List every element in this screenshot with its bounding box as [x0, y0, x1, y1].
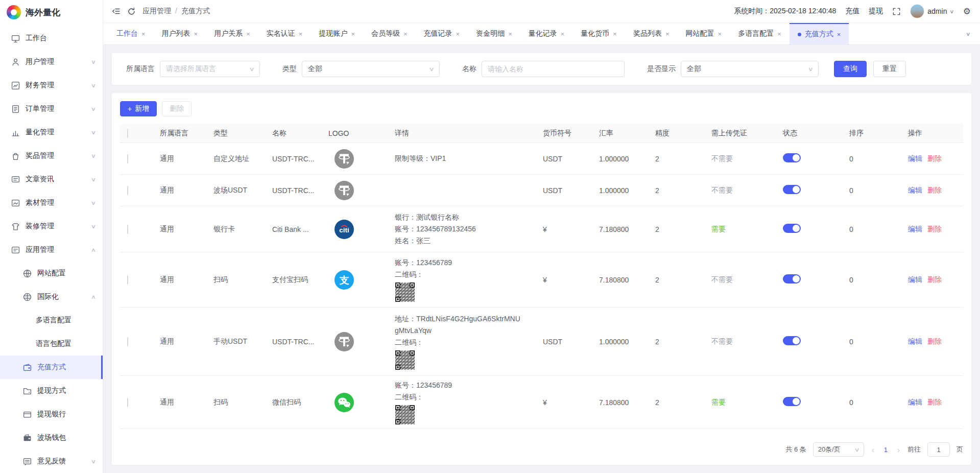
- user-menu[interactable]: admin ∨: [910, 4, 953, 18]
- page-number-current[interactable]: 1: [882, 446, 890, 454]
- status-toggle[interactable]: [783, 185, 801, 194]
- row-checkbox[interactable]: [127, 154, 128, 163]
- edit-link[interactable]: 编辑: [908, 337, 922, 345]
- row-checkbox[interactable]: [127, 186, 128, 195]
- tab-user-relation[interactable]: 用户关系×: [206, 23, 258, 44]
- tab-list-dropdown[interactable]: ∨: [956, 23, 980, 44]
- close-icon[interactable]: ×: [665, 30, 670, 38]
- close-icon[interactable]: ×: [718, 30, 722, 38]
- tab-prize-list[interactable]: 奖品列表×: [625, 23, 678, 44]
- refresh-icon[interactable]: [127, 7, 136, 16]
- filter-visible-select[interactable]: 全部 ∨: [681, 61, 819, 77]
- edit-link[interactable]: 编辑: [908, 225, 922, 233]
- status-toggle[interactable]: [783, 224, 801, 233]
- status-toggle[interactable]: [783, 336, 801, 345]
- sidebar-item-quant[interactable]: 量化管理 ∨: [0, 121, 103, 144]
- edit-link[interactable]: 编辑: [908, 154, 922, 162]
- sidebar-item-langpack-config[interactable]: 语言包配置: [0, 332, 103, 356]
- page-size-select[interactable]: 20条/页 ∨: [813, 442, 864, 457]
- sidebar-item-prizes[interactable]: 奖品管理 ∨: [0, 144, 103, 168]
- avatar[interactable]: [910, 4, 924, 18]
- tab-workbench[interactable]: 工作台×: [108, 23, 154, 44]
- close-icon[interactable]: ×: [194, 30, 198, 38]
- edit-link[interactable]: 编辑: [908, 186, 922, 194]
- goto-page-input[interactable]: [927, 442, 950, 457]
- qr-code-image: [395, 350, 415, 370]
- filter-type-select[interactable]: 全部 ∨: [302, 61, 440, 77]
- page-content: 所属语言 请选择所属语言 ∨ 类型 全部 ∨ 名称 是否显示 全部 ∨ 查询 重…: [103, 45, 980, 473]
- tab-quant-currency[interactable]: 量化货币×: [572, 23, 625, 44]
- delete-link[interactable]: 删除: [927, 154, 942, 162]
- sidebar-item-tron-wallet[interactable]: 波场钱包: [0, 426, 103, 450]
- withdraw-link[interactable]: 提现: [869, 7, 883, 16]
- delete-link[interactable]: 删除: [927, 398, 942, 406]
- close-icon[interactable]: ×: [777, 30, 781, 38]
- close-icon[interactable]: ×: [613, 30, 617, 38]
- close-icon[interactable]: ×: [403, 30, 408, 38]
- sidebar-item-workbench[interactable]: 工作台: [0, 27, 103, 50]
- collapse-sidebar-icon[interactable]: [111, 7, 121, 16]
- close-icon[interactable]: ×: [351, 30, 355, 38]
- delete-link[interactable]: 删除: [927, 337, 942, 345]
- close-icon[interactable]: ×: [246, 30, 250, 38]
- tab-recharge-record[interactable]: 充值记录×: [416, 23, 468, 44]
- gear-icon[interactable]: ⚙: [963, 6, 971, 16]
- row-checkbox[interactable]: [127, 225, 128, 234]
- close-icon[interactable]: ×: [299, 30, 303, 38]
- reset-button[interactable]: 重置: [873, 61, 906, 77]
- tab-withdraw-account[interactable]: 提现账户×: [310, 23, 363, 44]
- close-icon[interactable]: ×: [456, 30, 460, 38]
- close-icon[interactable]: ×: [837, 31, 841, 38]
- sidebar-item-feedback[interactable]: 意见反馈 ∨: [0, 450, 103, 473]
- close-icon[interactable]: ×: [508, 30, 512, 38]
- breadcrumb-item[interactable]: 应用管理: [142, 7, 171, 16]
- fullscreen-icon[interactable]: [892, 7, 901, 16]
- status-toggle[interactable]: [783, 153, 801, 162]
- delete-button[interactable]: 删除: [162, 101, 192, 116]
- row-checkbox[interactable]: [127, 398, 128, 407]
- edit-link[interactable]: 编辑: [908, 275, 922, 283]
- filter-name-input[interactable]: [482, 61, 625, 77]
- tab-site-config[interactable]: 网站配置×: [678, 23, 730, 44]
- tab-member-level[interactable]: 会员等级×: [363, 23, 416, 44]
- sidebar-item-apps[interactable]: 应用管理 ∧: [0, 238, 103, 262]
- row-checkbox[interactable]: [127, 275, 128, 285]
- qr-code-image: [395, 405, 415, 425]
- sidebar-item-withdraw-method[interactable]: 提现方式: [0, 379, 103, 403]
- filter-language-select[interactable]: 请选择所属语言 ∨: [160, 61, 260, 77]
- sidebar-item-users[interactable]: 用户管理 ∨: [0, 50, 103, 74]
- delete-link[interactable]: 删除: [927, 186, 942, 194]
- close-icon[interactable]: ×: [141, 30, 146, 38]
- tab-fund-detail[interactable]: 资金明细×: [468, 23, 520, 44]
- prev-page-icon[interactable]: ‹: [871, 445, 875, 454]
- tab-multilang-config[interactable]: 多语言配置×: [730, 23, 790, 44]
- sidebar-item-decoration[interactable]: 装修管理 ∨: [0, 215, 103, 238]
- sidebar-item-withdraw-bank[interactable]: 提现银行: [0, 403, 103, 426]
- search-button[interactable]: 查询: [834, 61, 867, 77]
- sidebar-item-articles[interactable]: 文章资讯 ∨: [0, 168, 103, 191]
- sidebar-item-orders[interactable]: 订单管理 ∨: [0, 97, 103, 121]
- recharge-link[interactable]: 充值: [845, 7, 859, 16]
- row-checkbox[interactable]: [127, 337, 128, 346]
- next-page-icon[interactable]: ›: [896, 445, 901, 454]
- add-button[interactable]: +新增: [120, 101, 157, 116]
- select-all-checkbox[interactable]: [127, 129, 128, 138]
- delete-link[interactable]: 删除: [927, 225, 942, 233]
- sidebar-item-site-config[interactable]: 网站配置: [0, 262, 103, 285]
- sidebar-item-finance[interactable]: 财务管理 ∨: [0, 74, 103, 97]
- status-toggle[interactable]: [783, 274, 801, 283]
- tab-user-list[interactable]: 用户列表×: [154, 23, 206, 44]
- sidebar-item-recharge-method[interactable]: 充值方式: [0, 356, 103, 379]
- tab-recharge-method[interactable]: 充值方式×: [790, 23, 849, 44]
- sidebar-item-media[interactable]: 素材管理 ∨: [0, 191, 103, 215]
- wechat-logo-icon: [334, 393, 354, 412]
- sidebar-item-multilang-config[interactable]: 多语言配置: [0, 309, 103, 332]
- delete-link[interactable]: 删除: [927, 275, 942, 283]
- close-icon[interactable]: ×: [561, 30, 565, 38]
- edit-link[interactable]: 编辑: [908, 398, 922, 406]
- sidebar-item-label: 多语言配置: [36, 316, 71, 325]
- tab-quant-record[interactable]: 量化记录×: [520, 23, 573, 44]
- tab-kyc[interactable]: 实名认证×: [258, 23, 311, 44]
- status-toggle[interactable]: [783, 397, 801, 406]
- sidebar-item-i18n[interactable]: 国际化 ∧: [0, 285, 103, 309]
